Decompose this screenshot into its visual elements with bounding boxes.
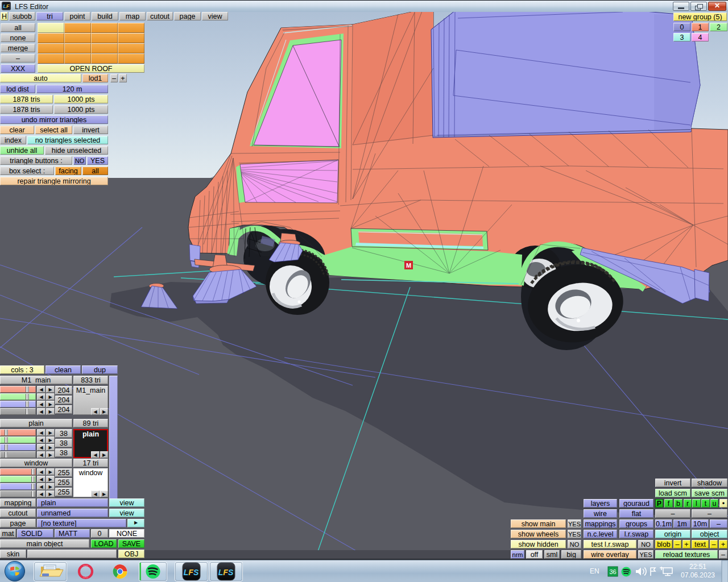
svg-text:LFS: LFS — [218, 568, 234, 577]
svg-text:EN: EN — [590, 567, 599, 575]
svg-text:22:51: 22:51 — [689, 563, 706, 571]
svg-text:M: M — [406, 262, 411, 269]
svg-text:LF: LF — [3, 3, 10, 9]
svg-text:07.06.2023: 07.06.2023 — [681, 571, 715, 579]
svg-text:LFS: LFS — [184, 568, 199, 577]
svg-text:36: 36 — [609, 568, 616, 575]
